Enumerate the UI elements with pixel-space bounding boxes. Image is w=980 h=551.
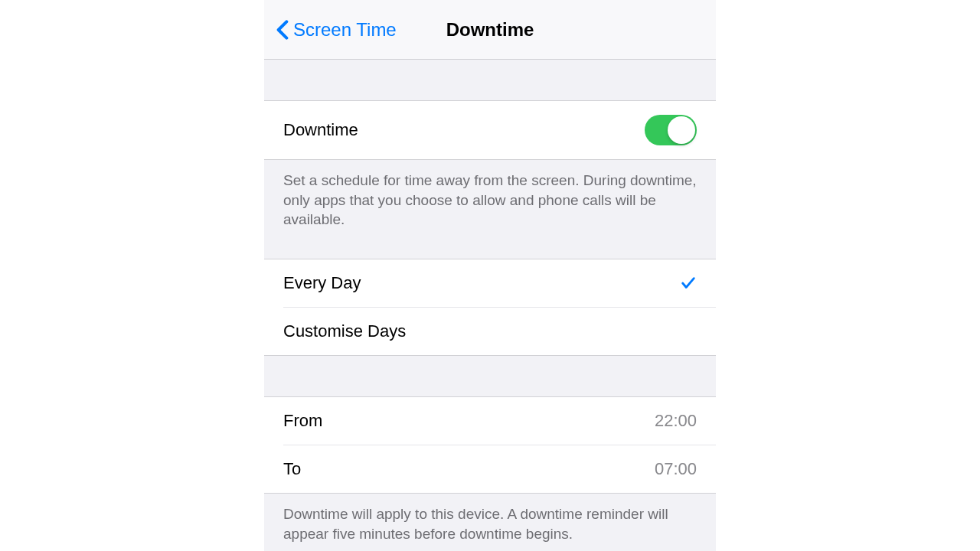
to-time-row[interactable]: To 07:00: [264, 445, 716, 493]
from-time-row[interactable]: From 22:00: [264, 397, 716, 445]
back-label: Screen Time: [293, 19, 397, 41]
navbar: Screen Time Downtime: [264, 0, 716, 60]
downtime-toggle-row: Downtime: [264, 100, 716, 160]
from-label: From: [283, 411, 322, 431]
section-spacer: [264, 60, 716, 100]
section-spacer: [264, 356, 716, 396]
settings-panel: Screen Time Downtime Downtime Set a sche…: [264, 0, 716, 551]
from-value: 22:00: [655, 411, 697, 431]
chevron-left-icon: [276, 19, 289, 41]
downtime-toggle[interactable]: [645, 115, 697, 145]
customise-days-label: Customise Days: [283, 321, 406, 341]
time-range-group: From 22:00 To 07:00: [264, 396, 716, 494]
time-range-footer: Downtime will apply to this device. A do…: [264, 494, 716, 551]
toggle-knob: [668, 116, 695, 144]
schedule-mode-group: Every Day Customise Days: [264, 259, 716, 356]
downtime-label: Downtime: [283, 120, 358, 140]
every-day-row[interactable]: Every Day: [264, 259, 716, 307]
back-button[interactable]: Screen Time: [276, 19, 397, 41]
to-value: 07:00: [655, 459, 697, 479]
to-label: To: [283, 459, 301, 479]
every-day-label: Every Day: [283, 273, 361, 293]
downtime-description: Set a schedule for time away from the sc…: [264, 160, 716, 259]
page-title: Downtime: [446, 19, 534, 41]
customise-days-row[interactable]: Customise Days: [264, 308, 716, 355]
checkmark-icon: [680, 275, 697, 292]
